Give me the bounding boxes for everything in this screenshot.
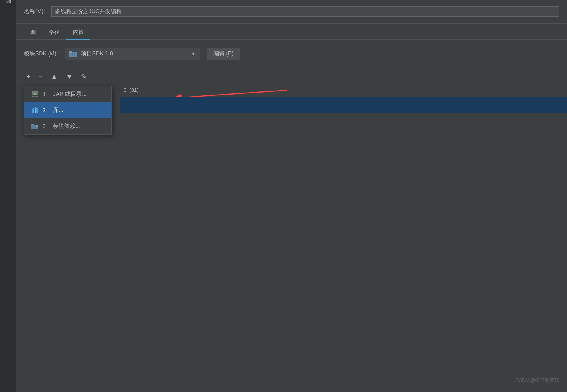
attribution: CSDN @松下的蘑菇 [515,377,559,384]
svg-rect-7 [36,91,38,93]
tabs-row: 源 路径 依赖 [16,24,567,40]
svg-rect-2 [71,53,71,56]
menu-item-library-label: 库... [53,107,63,114]
svg-rect-25 [36,125,38,127]
name-label: 名称(M): [24,8,45,15]
menu-item-jar-label: JAR 或目录... [53,91,87,98]
jar-icon [31,90,39,98]
sdk-dropdown-arrow-icon: ▼ [191,51,196,57]
tab-path[interactable]: 路径 [42,26,66,39]
move-down-button[interactable]: ▼ [63,72,75,82]
edit-item-button[interactable]: ✎ [79,71,89,82]
left-edge-panel: 阶 [0,0,16,392]
menu-item-3-number: 3 [43,123,49,129]
edit-sdk-button[interactable]: 编辑 (E) [207,48,241,60]
name-row: 名称(M): [16,0,567,24]
sdk-dropdown[interactable]: 项目SDK 1.8 ▼ [65,48,200,60]
add-dropdown-menu: 1 JAR 或目录... [24,86,112,135]
svg-rect-16 [35,107,36,113]
svg-rect-6 [34,91,36,93]
menu-item-2-number: 2 [43,107,49,113]
add-button[interactable]: + [24,72,33,82]
move-up-button[interactable]: ▲ [48,72,60,82]
svg-rect-4 [74,53,75,56]
tab-source[interactable]: 源 [24,26,42,39]
menu-item-jar[interactable]: 1 JAR 或目录... [24,86,111,102]
menu-item-module-label: 模块依赖... [53,123,80,130]
svg-rect-15 [33,108,34,113]
library-icon [31,106,39,114]
svg-rect-17 [36,108,38,113]
content-area: 名称(M): 源 路径 依赖 模块SDK (M): [16,0,567,392]
svg-rect-14 [32,109,33,113]
menu-item-library[interactable]: 2 库... [24,102,111,118]
module-name-input[interactable] [51,6,559,17]
svg-rect-10 [36,93,38,95]
svg-rect-11 [32,96,34,97]
svg-rect-1 [69,51,72,53]
svg-rect-12 [34,96,36,97]
dep-item-text: 0_(81) [124,87,139,93]
sdk-folder-icon [69,50,78,57]
sdk-label: 模块SDK (M): [24,50,58,57]
menu-item-1-number: 1 [43,91,49,97]
svg-rect-23 [31,124,34,125]
menu-item-module[interactable]: 3 模块依赖... [24,118,111,134]
module-dep-icon [31,122,39,130]
svg-rect-5 [32,91,34,93]
remove-button[interactable]: − [36,72,45,82]
main-container: 阶 名称(M): 源 路径 依赖 模块SDK (M): [0,0,567,392]
svg-rect-9 [34,93,36,95]
svg-rect-3 [72,52,73,56]
sdk-dropdown-text: 项目SDK 1.8 [81,50,187,57]
tab-dependency[interactable]: 依赖 [66,26,90,39]
svg-rect-13 [36,96,38,97]
svg-rect-8 [32,93,34,95]
sdk-row: 模块SDK (M): 项目SDK 1.8 ▼ 编辑 (E) [16,40,567,68]
